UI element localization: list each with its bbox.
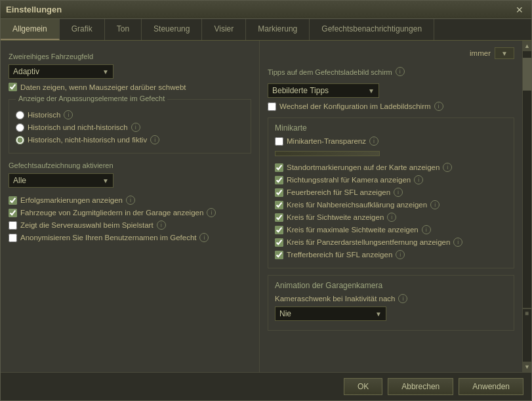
- tab-visier[interactable]: Visier: [202, 19, 246, 40]
- immer-dropdown[interactable]: ▼: [495, 47, 514, 59]
- radio-all-info[interactable]: i: [150, 135, 159, 144]
- camera-info[interactable]: i: [398, 294, 407, 303]
- show-data-label: Daten zeigen, wenn Mauszeiger darüber sc…: [20, 83, 186, 91]
- sichtweite-checkbox[interactable]: [275, 213, 283, 222]
- radio-historical-nonhistorical-row: Historisch und nicht-historisch i: [16, 123, 244, 132]
- minimap-transparency-row: Minikarten-Transparenz i: [275, 137, 507, 146]
- scroll-divider: ≡: [523, 308, 531, 309]
- wechsel-row: Wechsel der Konfiguration im Ladebildsch…: [268, 102, 514, 111]
- max-sichtweite-label: Kreis für maximale Sichtweite anzeigen: [287, 226, 419, 234]
- footer: OK Abbrechen Anwenden: [1, 372, 531, 400]
- max-sichtweite-checkbox[interactable]: [275, 226, 283, 234]
- scroll-thumb[interactable]: [523, 58, 531, 91]
- feuerbereich-info[interactable]: i: [394, 188, 403, 197]
- tips-info[interactable]: i: [396, 67, 405, 76]
- richtungsstrahl-info[interactable]: i: [414, 175, 423, 184]
- show-data-row: Daten zeigen, wenn Mauszeiger darüber sc…: [9, 83, 251, 91]
- show-data-checkbox[interactable]: [9, 83, 17, 91]
- camera-label: Kameraschwenk bei Inaktivität nach: [275, 295, 395, 303]
- right-scrollbar: ▲ ≡ ▼: [522, 41, 531, 372]
- radio-historical-nonhistorical-info[interactable]: i: [131, 123, 140, 132]
- server-select-info[interactable]: i: [157, 221, 166, 230]
- vehicles-garage-row: Fahrzeuge von Zugmitgliedern in der Gara…: [9, 208, 251, 217]
- vehicle-field-value: Adaptiv: [13, 67, 39, 76]
- immer-arrow: ▼: [501, 50, 508, 57]
- panzer-label: Kreis für Panzerdarstellungsentfernung a…: [287, 238, 450, 246]
- camera-section: Animation der Garagenkamera Kameraschwen…: [268, 275, 514, 331]
- cancel-button[interactable]: Abbrechen: [388, 378, 453, 395]
- tab-allgemein[interactable]: Allgemein: [1, 19, 60, 40]
- panzer-checkbox[interactable]: [275, 238, 283, 247]
- radio-historical-info[interactable]: i: [64, 110, 73, 119]
- tab-ton[interactable]: Ton: [105, 19, 142, 40]
- standort-checkbox[interactable]: [275, 163, 283, 172]
- tab-steuerung[interactable]: Steuerung: [142, 19, 202, 40]
- ok-button[interactable]: OK: [344, 378, 382, 395]
- radio-all-label: Historisch, nicht-historisch und fiktiv: [28, 136, 147, 144]
- standort-label: Standortmarkierungen auf der Karte anzei…: [287, 163, 440, 171]
- minimap-slider[interactable]: [275, 151, 380, 156]
- treffer-row: Trefferbereich für SFL anzeigen i: [275, 250, 507, 259]
- server-select-label: Zeigt die Serverauswahl beim Spielstart: [20, 221, 153, 229]
- standort-info[interactable]: i: [443, 163, 452, 172]
- left-checkboxes: Erfolgsmarkierungen anzeigen i Fahrzeuge…: [9, 196, 251, 242]
- apply-button[interactable]: Anwenden: [459, 378, 523, 395]
- treffer-info[interactable]: i: [396, 250, 405, 259]
- vehicle-field-arrow: ▼: [102, 68, 109, 75]
- wechsel-checkbox[interactable]: [268, 102, 276, 111]
- radio-all[interactable]: [16, 136, 24, 144]
- richtungsstrahl-row: Richtungsstrahl für Kamera anzeigen i: [275, 175, 507, 184]
- close-button[interactable]: ✕: [513, 5, 526, 15]
- camera-section-title: Animation der Garagenkamera: [275, 281, 507, 290]
- radio-historical[interactable]: [16, 111, 24, 119]
- tab-grafik[interactable]: Grafik: [60, 19, 105, 40]
- radio-historical-nonhistorical[interactable]: [16, 123, 24, 132]
- richtungsstrahl-checkbox[interactable]: [275, 176, 283, 184]
- server-select-checkbox[interactable]: [9, 221, 17, 230]
- vehicles-garage-info[interactable]: i: [207, 208, 216, 217]
- camera-arrow: ▼: [375, 310, 382, 318]
- sichtweite-label: Kreis für Sichtweite anzeigen: [287, 213, 384, 221]
- vehicle-field-group: Zweireihiges Fahrzeugfeld Adaptiv ▼ Date…: [9, 53, 251, 91]
- battle-record-select[interactable]: Alle ▼: [9, 173, 113, 188]
- panzer-row: Kreis für Panzerdarstellungsentfernung a…: [275, 238, 507, 247]
- max-sichtweite-info[interactable]: i: [422, 225, 431, 234]
- vehicles-garage-checkbox[interactable]: [9, 209, 17, 217]
- tab-gefechtsbenachrichtigungen[interactable]: Gefechtsbenachrichtigungen: [310, 19, 434, 40]
- anonymize-info[interactable]: i: [199, 233, 209, 242]
- sichtweite-info[interactable]: i: [387, 213, 396, 222]
- camera-select[interactable]: Nie ▼: [275, 306, 386, 321]
- customization-section-title: Anzeige der Anpassungselemente im Gefech…: [16, 95, 167, 102]
- nahbereich-info[interactable]: i: [430, 200, 440, 209]
- nahbereich-checkbox[interactable]: [275, 201, 283, 209]
- tab-markierung[interactable]: Markierung: [246, 19, 310, 40]
- anonymize-checkbox[interactable]: [9, 234, 17, 242]
- minimap-transparency-checkbox[interactable]: [275, 137, 283, 146]
- success-marks-info[interactable]: i: [126, 196, 135, 205]
- battle-record-value: Alle: [13, 176, 26, 185]
- content-area: Zweireihiges Fahrzeugfeld Adaptiv ▼ Date…: [1, 41, 531, 372]
- scroll-down-arrow[interactable]: ▼: [523, 362, 531, 372]
- camera-value: Nie: [279, 309, 291, 318]
- success-marks-row: Erfolgsmarkierungen anzeigen i: [9, 196, 251, 205]
- customization-section: Anzeige der Anpassungselemente im Gefech…: [9, 99, 251, 154]
- server-select-row: Zeigt die Serverauswahl beim Spielstart …: [9, 221, 251, 230]
- treffer-label: Trefferbereich für SFL anzeigen: [287, 251, 392, 259]
- settings-window: Einstellungen ✕ Allgemein Grafik Ton Ste…: [0, 0, 532, 401]
- wechsel-info[interactable]: i: [434, 102, 443, 111]
- panzer-info[interactable]: i: [453, 238, 462, 247]
- vehicle-field-select[interactable]: Adaptiv ▼: [9, 64, 113, 79]
- feuerbereich-label: Feuerbereich für SFL anzeigen: [287, 188, 390, 196]
- anonymize-label: Anonymisieren Sie Ihren Benutzernamen im…: [20, 234, 196, 242]
- tips-select[interactable]: Bebilderte Tipps ▼: [268, 83, 379, 98]
- success-marks-checkbox[interactable]: [9, 196, 17, 205]
- treffer-checkbox[interactable]: [275, 251, 283, 259]
- camera-select-wrapper: Nie ▼: [275, 306, 507, 321]
- tab-bar: Allgemein Grafik Ton Steuerung Visier Ma…: [1, 19, 531, 41]
- feuerbereich-checkbox[interactable]: [275, 188, 283, 197]
- nahbereich-row: Kreis für Nahbereichsaufklärung anzeigen…: [275, 200, 507, 209]
- tips-select-wrapper: Bebilderte Tipps ▼: [268, 83, 514, 98]
- scroll-up-arrow[interactable]: ▲: [523, 41, 531, 51]
- max-sichtweite-row: Kreis für maximale Sichtweite anzeigen i: [275, 225, 507, 234]
- minimap-transparency-info[interactable]: i: [369, 137, 379, 146]
